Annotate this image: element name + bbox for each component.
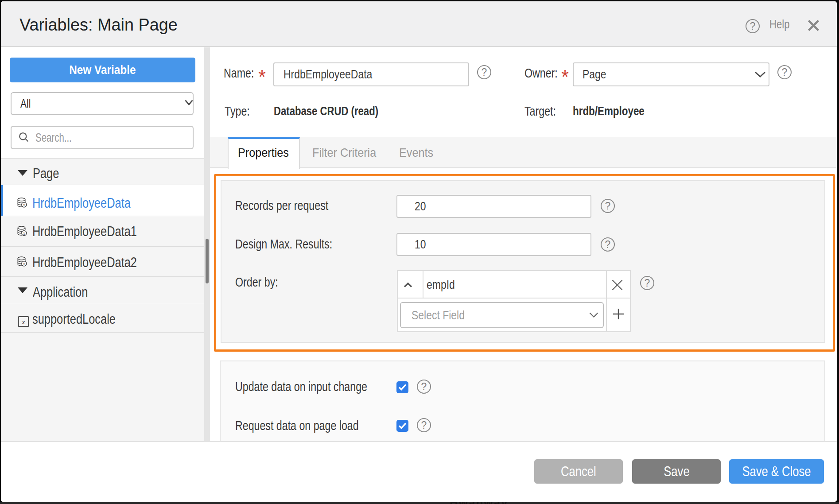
svg-text:x: x: [22, 318, 25, 326]
